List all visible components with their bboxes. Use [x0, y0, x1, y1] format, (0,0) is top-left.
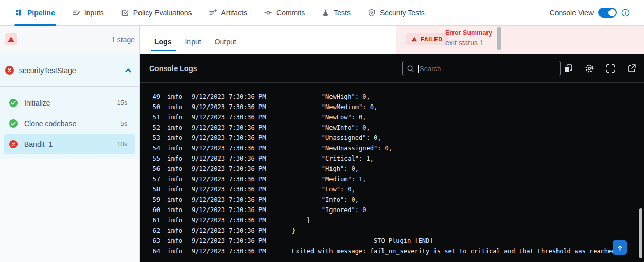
stage-name: securityTestStage: [19, 66, 76, 75]
tab-output[interactable]: Output: [215, 38, 236, 54]
log-line: 52info9/12/2023 7:30:36 PM "NewInfo": 0,: [140, 123, 644, 133]
error-strip-scrollbar[interactable]: [497, 27, 501, 50]
flask-icon: [322, 9, 329, 16]
log-message: "Ignored": 0: [292, 205, 367, 215]
log-level: info: [167, 184, 182, 195]
log-line: 63info9/12/2023 7:30:36 PM--------------…: [140, 236, 644, 246]
tab-inputs[interactable]: Inputs: [72, 0, 104, 25]
copy-logs-icon[interactable]: [563, 63, 573, 74]
log-level: info: [167, 102, 182, 112]
log-line: 62info9/12/2023 7:30:36 PM}: [140, 225, 644, 236]
fullscreen-icon[interactable]: [605, 63, 616, 74]
stage-failed-icon: [5, 66, 14, 75]
log-line: 58info9/12/2023 7:30:36 PM "Low": 0,: [140, 184, 644, 195]
log-timestamp: 9/12/2023 7:30:36 PM: [192, 246, 266, 256]
console-header: Console Logs Search: [140, 54, 644, 83]
pipeline-warning-chip[interactable]: [5, 33, 17, 45]
log-timestamp: 9/12/2023 7:30:36 PM: [192, 123, 266, 133]
scroll-to-top-button[interactable]: [613, 240, 627, 255]
step-duration: 10s: [117, 141, 127, 148]
tab-policy-evaluations[interactable]: Policy Evaluations: [121, 0, 192, 25]
log-timestamp: 9/12/2023 7:30:36 PM: [192, 153, 266, 164]
log-line: 50info9/12/2023 7:30:36 PM "NewMedium": …: [140, 102, 644, 112]
console-scrollbar-thumb[interactable]: [639, 208, 642, 258]
log-search-input[interactable]: Search: [402, 61, 561, 76]
log-line-number: 58: [140, 184, 160, 195]
log-message: "Medium": 1,: [292, 174, 367, 184]
nav-tab-label: Inputs: [84, 9, 104, 17]
nav-tabs: Pipeline Inputs Policy Evaluations Artif…: [15, 0, 425, 25]
toggle-knob: [608, 9, 616, 16]
log-line: 51info9/12/2023 7:30:36 PM "NewLow": 0,: [140, 112, 644, 123]
sidebar-empty-area: [0, 159, 139, 262]
log-message: "Low": 0,: [292, 184, 355, 195]
sidebar-header: 1 stage: [0, 26, 139, 54]
log-line: 59info9/12/2023 7:30:36 PM "Info": 0,: [140, 195, 644, 205]
log-message: "NewLow": 0,: [292, 112, 367, 123]
step-row-initialize[interactable]: Initialize 15s: [4, 93, 135, 113]
step-name: Clone codebase: [24, 119, 76, 128]
log-line-number: 59: [140, 195, 160, 205]
log-line: 64info9/12/2023 7:30:36 PMExited with me…: [140, 246, 644, 256]
inputs-icon: [72, 9, 80, 17]
status-badge: FAILED: [406, 33, 448, 45]
settings-gear-icon[interactable]: [584, 63, 595, 74]
step-row-clone-codebase[interactable]: Clone codebase 5s: [4, 113, 135, 134]
stage-row-securityTestStage[interactable]: securityTestStage: [0, 54, 139, 87]
nav-tab-label: Security Tests: [380, 9, 425, 17]
log-lines: 49info9/12/2023 7:30:36 PM "NewHigh": 0,…: [140, 83, 644, 256]
nav-tab-label: Policy Evaluations: [133, 9, 192, 17]
log-line-number: 55: [140, 153, 160, 164]
log-timestamp: 9/12/2023 7:30:36 PM: [192, 143, 266, 153]
console-view-label: Console View: [550, 9, 594, 17]
log-line-number: 63: [140, 236, 160, 246]
info-icon[interactable]: [621, 9, 630, 17]
log-line: 53info9/12/2023 7:30:36 PM "Unassigned":…: [140, 133, 644, 143]
console-title: Console Logs: [149, 64, 197, 73]
chevron-up-icon[interactable]: [124, 66, 132, 75]
log-timestamp: 9/12/2023 7:30:36 PM: [192, 184, 266, 195]
error-summary: Error Summary exit status 1: [445, 29, 492, 47]
tab-tests[interactable]: Tests: [322, 0, 351, 25]
step-details-header: Logs Input Output FAILED Error Summary e…: [140, 26, 644, 54]
pipeline-execution-page: Pipeline Inputs Policy Evaluations Artif…: [0, 0, 644, 262]
step-row-bandit-1[interactable]: Bandit_1 10s: [4, 134, 135, 154]
log-level: info: [167, 133, 182, 143]
log-line: 55info9/12/2023 7:30:36 PM "Critical": 1…: [140, 153, 644, 164]
tab-logs[interactable]: Logs: [154, 38, 171, 54]
log-message: "NewMedium": 0,: [292, 102, 377, 112]
tab-commits[interactable]: Commits: [264, 0, 305, 25]
console-toolbar: [563, 54, 637, 83]
log-line-number: 54: [140, 143, 160, 153]
log-line: 60info9/12/2023 7:30:36 PM "Ignored": 0: [140, 205, 644, 215]
open-in-new-icon[interactable]: [626, 63, 637, 74]
log-line-number: 61: [140, 215, 160, 225]
log-line-number: 49: [140, 92, 160, 102]
log-level: info: [167, 143, 182, 153]
console-view-toggle[interactable]: [598, 8, 617, 18]
tab-artifacts[interactable]: Artifacts: [208, 0, 247, 25]
shield-gear-icon: [368, 9, 376, 17]
search-placeholder: Search: [420, 65, 441, 73]
log-line: 49info9/12/2023 7:30:36 PM "NewHigh": 0,: [140, 92, 644, 102]
tab-pipeline[interactable]: Pipeline: [15, 0, 55, 25]
log-line: 56info9/12/2023 7:30:36 PM "High": 0,: [140, 164, 644, 174]
tab-input[interactable]: Input: [185, 38, 201, 54]
tab-security-tests[interactable]: Security Tests: [368, 0, 425, 25]
text-cursor: [418, 65, 419, 73]
log-line-number: 62: [140, 225, 160, 236]
log-timestamp: 9/12/2023 7:30:36 PM: [192, 112, 266, 123]
log-message: "High": 0,: [292, 164, 359, 174]
top-navigation: Pipeline Inputs Policy Evaluations Artif…: [0, 0, 644, 26]
log-message: }: [292, 215, 310, 225]
step-success-icon: [9, 99, 18, 107]
nav-tab-label: Commits: [276, 9, 305, 17]
log-timestamp: 9/12/2023 7:30:36 PM: [192, 236, 266, 246]
log-message: "NewHigh": 0,: [292, 92, 370, 102]
log-timestamp: 9/12/2023 7:30:36 PM: [192, 215, 266, 225]
log-level: info: [167, 246, 182, 256]
log-timestamp: 9/12/2023 7:30:36 PM: [192, 205, 266, 215]
log-timestamp: 9/12/2023 7:30:36 PM: [192, 195, 266, 205]
log-level: info: [167, 123, 182, 133]
policy-check-icon: [121, 9, 129, 17]
